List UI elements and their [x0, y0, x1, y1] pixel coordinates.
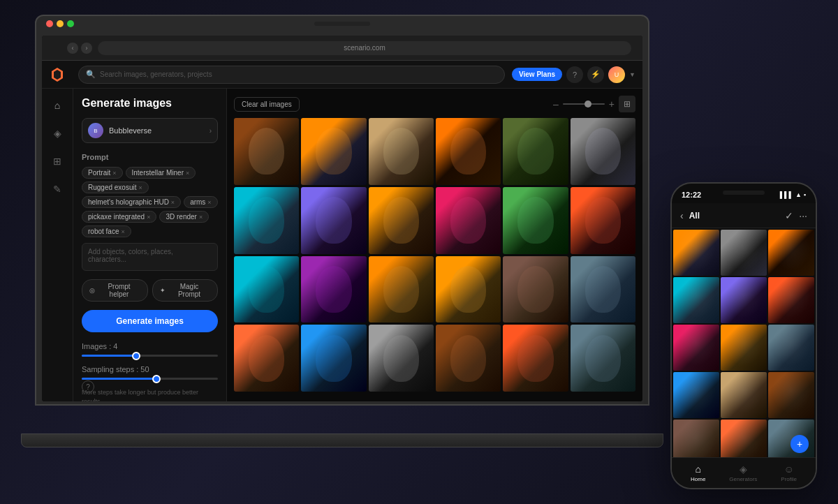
- address-bar[interactable]: scenario.com: [98, 41, 631, 55]
- phone-tab-generators[interactable]: ◈ Generators: [729, 464, 757, 482]
- phone-cell-9[interactable]: [768, 325, 814, 371]
- app-content: 🔍 Search images, generators, projects Vi…: [42, 61, 642, 401]
- clear-all-images-button[interactable]: Clear all images: [234, 97, 300, 112]
- help-button[interactable]: ?: [566, 66, 583, 83]
- prompt-input[interactable]: Add objects, colors, places, characters.…: [82, 243, 218, 271]
- back-button[interactable]: ‹: [67, 43, 78, 54]
- lightning-button[interactable]: ⚡: [587, 66, 604, 83]
- chevron-down-icon: ▼: [629, 71, 635, 78]
- grid-image-11[interactable]: [503, 187, 568, 254]
- phone-back-button[interactable]: ‹: [680, 210, 684, 221]
- phone-tab-home[interactable]: ⌂ Home: [691, 464, 705, 482]
- phone-cell-8[interactable]: [721, 325, 767, 371]
- phone-cell-13[interactable]: [673, 420, 719, 457]
- grid-image-17[interactable]: [503, 256, 568, 323]
- tag-remove-icon[interactable]: ×: [171, 199, 175, 206]
- zoom-slider[interactable]: [563, 103, 605, 105]
- tag-interstellar-miner[interactable]: Interstellar Miner ×: [126, 167, 196, 179]
- grid-image-24[interactable]: [571, 325, 635, 392]
- sidebar-item-images[interactable]: ⊞: [47, 151, 67, 171]
- phone-cell-15[interactable]: [768, 420, 814, 457]
- phone-cell-4[interactable]: [673, 277, 719, 323]
- grid-image-13[interactable]: [234, 256, 299, 323]
- phone-cell-2[interactable]: [721, 230, 767, 276]
- search-bar[interactable]: 🔍 Search images, generators, projects: [78, 66, 505, 84]
- phone-cell-7[interactable]: [673, 325, 719, 371]
- home-icon: ⌂: [695, 464, 700, 475]
- grid-image-3[interactable]: [369, 118, 434, 185]
- images-slider[interactable]: [82, 355, 218, 357]
- tag-remove-icon[interactable]: ×: [199, 214, 203, 221]
- grid-image-22[interactable]: [436, 325, 501, 392]
- laptop-screen: ‹ › scenario.com: [42, 36, 642, 401]
- grid-image-14[interactable]: [301, 256, 366, 323]
- phone-image-grid: [672, 228, 816, 457]
- phone-cell-14[interactable]: [721, 420, 767, 457]
- tag-remove-icon[interactable]: ×: [121, 228, 124, 235]
- phone-cell-11[interactable]: [721, 372, 767, 418]
- tag-3d-render[interactable]: 3D render ×: [159, 211, 209, 223]
- phone-cell-5[interactable]: [721, 277, 767, 323]
- tag-pickaxe[interactable]: pickaxe integrated ×: [82, 211, 156, 223]
- sidebar-item-layers[interactable]: ◈: [47, 124, 67, 143]
- grid-image-4[interactable]: [436, 118, 501, 185]
- url-text: scenario.com: [344, 44, 385, 52]
- phone-nav-bar: ‹ All ✓ ···: [672, 203, 816, 228]
- grid-image-7[interactable]: [234, 187, 299, 254]
- maximize-traffic-light[interactable]: [67, 20, 74, 27]
- phone-cell-12[interactable]: [768, 372, 814, 418]
- phone-cell-3[interactable]: [768, 230, 814, 276]
- grid-image-23[interactable]: [503, 325, 568, 392]
- close-traffic-light[interactable]: [46, 20, 53, 27]
- traffic-lights: [46, 20, 74, 27]
- tag-remove-icon[interactable]: ×: [147, 214, 150, 221]
- phone-cell-6[interactable]: [768, 277, 814, 323]
- zoom-out-button[interactable]: –: [553, 98, 559, 110]
- sampling-slider[interactable]: [82, 378, 218, 380]
- tag-remove-icon[interactable]: ×: [207, 199, 211, 206]
- grid-image-5[interactable]: [503, 118, 568, 185]
- phone-cell-1[interactable]: [673, 230, 719, 276]
- tag-robot-face[interactable]: robot face ×: [82, 225, 131, 237]
- generate-images-button[interactable]: Generate images: [82, 310, 218, 332]
- tag-arms[interactable]: arms ×: [184, 196, 218, 208]
- grid-image-10[interactable]: [436, 187, 501, 254]
- phone-cell-10[interactable]: [673, 372, 719, 418]
- grid-image-15[interactable]: [369, 256, 434, 323]
- tag-remove-icon[interactable]: ×: [186, 170, 189, 177]
- avatar[interactable]: U: [608, 66, 625, 83]
- phone-more-button[interactable]: ···: [799, 210, 807, 221]
- grid-image-2[interactable]: [301, 118, 366, 185]
- grid-view-button[interactable]: ⊞: [619, 96, 635, 112]
- grid-image-19[interactable]: [234, 325, 299, 392]
- tag-holographic-hud[interactable]: helmet's holographic HUD ×: [82, 196, 181, 208]
- grid-controls: – + ⊞: [553, 96, 635, 112]
- phone-check-button[interactable]: ✓: [785, 210, 793, 221]
- project-selector[interactable]: B Bubbleverse ›: [82, 118, 218, 143]
- slider-thumb: [132, 352, 140, 360]
- grid-image-9[interactable]: [369, 187, 434, 254]
- sidebar-item-home[interactable]: ⌂: [47, 96, 67, 115]
- tag-remove-icon[interactable]: ×: [139, 184, 142, 191]
- grid-image-21[interactable]: [369, 325, 434, 392]
- grid-image-12[interactable]: [571, 187, 635, 254]
- forward-button[interactable]: ›: [81, 43, 92, 54]
- grid-image-16[interactable]: [436, 256, 501, 323]
- grid-image-1[interactable]: [234, 118, 299, 185]
- sidebar-item-edit[interactable]: ✎: [47, 179, 67, 199]
- magic-prompt-button[interactable]: ✦ Magic Prompt: [152, 279, 218, 302]
- grid-image-8[interactable]: [301, 187, 366, 254]
- view-plans-button[interactable]: View Plans: [512, 68, 562, 81]
- tag-rugged-exosuit[interactable]: Rugged exosuit ×: [82, 181, 149, 193]
- minimize-traffic-light[interactable]: [57, 20, 64, 27]
- zoom-in-button[interactable]: +: [609, 98, 615, 110]
- tag-remove-icon[interactable]: ×: [112, 170, 116, 177]
- phone-tab-profile[interactable]: ☺ Profile: [781, 464, 797, 482]
- help-icon[interactable]: ?: [82, 380, 94, 393]
- tag-portrait[interactable]: Portrait ×: [82, 167, 123, 179]
- phone-fab-button[interactable]: +: [791, 435, 809, 453]
- grid-image-18[interactable]: [571, 256, 635, 323]
- prompt-helper-button[interactable]: ◎ Prompt helper: [82, 279, 148, 302]
- grid-image-6[interactable]: [571, 118, 635, 185]
- grid-image-20[interactable]: [301, 325, 366, 392]
